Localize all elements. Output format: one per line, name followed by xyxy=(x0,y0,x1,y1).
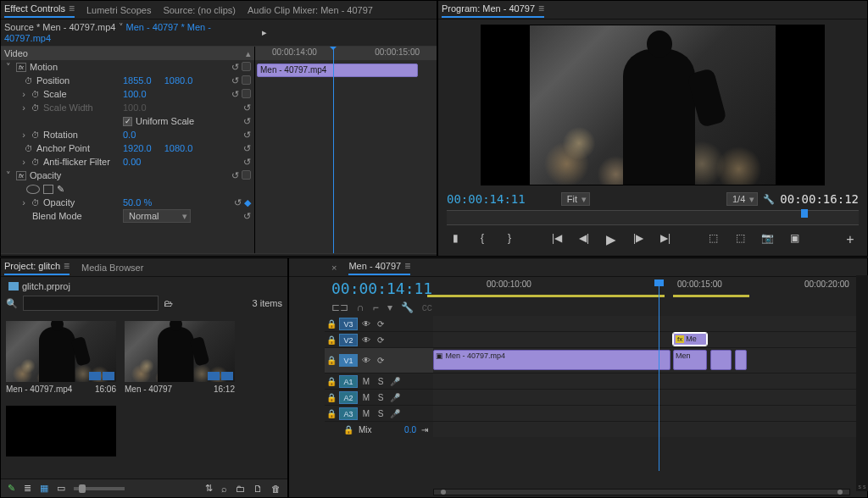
clip-v1-d[interactable] xyxy=(735,350,747,370)
opacity-value[interactable]: 50.0 % xyxy=(123,197,152,208)
scale-value[interactable]: 100.0 xyxy=(123,89,147,99)
voiceover-icon[interactable]: 🎤 xyxy=(389,377,401,386)
stopwatch-icon[interactable] xyxy=(25,144,33,153)
stopwatch-icon[interactable] xyxy=(31,158,40,167)
cc-icon[interactable]: cc xyxy=(422,302,432,313)
pen-mask-icon[interactable]: ✎ xyxy=(57,184,64,195)
lock-icon[interactable]: 🔒 xyxy=(326,409,337,418)
eye-icon[interactable]: 👁 xyxy=(360,319,372,329)
filter-bin-icon[interactable]: 🗁 xyxy=(164,298,173,308)
track-a3[interactable]: A3 xyxy=(339,407,358,420)
lock-icon[interactable]: 🔒 xyxy=(326,319,337,329)
reset-icon[interactable] xyxy=(231,89,239,100)
timeline-content[interactable]: fxMe ▣ Men - 40797.mp4 Men xyxy=(433,316,867,437)
tab-source[interactable]: Source: (no clips) xyxy=(163,5,236,15)
keyframe-nav[interactable] xyxy=(242,75,251,85)
extract-button[interactable]: ⬚ xyxy=(732,232,748,247)
lift-button[interactable]: ⬚ xyxy=(705,232,721,247)
chevron-down-icon[interactable]: ˅ xyxy=(119,22,124,32)
work-area-bar[interactable] xyxy=(673,295,749,297)
track-output-icon[interactable]: ⟳ xyxy=(375,319,387,329)
hamburger-icon[interactable] xyxy=(64,260,70,272)
voiceover-icon[interactable]: 🎤 xyxy=(389,393,401,402)
stopwatch-icon[interactable] xyxy=(31,130,40,140)
lock-icon[interactable]: 🔒 xyxy=(326,356,337,365)
ec-keyframe-column[interactable]: 00:00:14:00 00:00:15:00 Men - 40797.mp4 xyxy=(255,47,437,253)
work-area-bar[interactable] xyxy=(427,295,665,297)
keyframe-diamond-icon[interactable]: ◆ xyxy=(244,197,251,208)
track-v2[interactable]: V2 xyxy=(339,334,358,346)
play-button[interactable]: ▶ xyxy=(604,232,619,247)
tab-lumetri-scopes[interactable]: Lumetri Scopes xyxy=(86,5,151,15)
mute-button[interactable]: M xyxy=(360,409,372,418)
nested-icon[interactable]: ⊏⊐ xyxy=(331,302,348,313)
lock-icon[interactable]: 🔒 xyxy=(326,377,337,386)
program-timecode[interactable]: 00:00:14:11 xyxy=(447,192,526,206)
anchor-x[interactable]: 1920.0 xyxy=(123,143,152,153)
ellipse-mask-icon[interactable] xyxy=(26,185,40,194)
tab-program[interactable]: Program: Men - 40797 xyxy=(442,3,544,18)
tab-effect-controls[interactable]: Effect Controls xyxy=(4,3,75,18)
caret-up-icon[interactable]: ▴ xyxy=(246,48,251,59)
stopwatch-icon[interactable] xyxy=(31,90,40,99)
position-y[interactable]: 1080.0 xyxy=(164,75,193,86)
go-to-in-button[interactable]: |◀ xyxy=(549,232,565,247)
chevron-right-icon[interactable]: › xyxy=(19,157,28,167)
list-view-icon[interactable]: ≣ xyxy=(24,483,31,494)
export-frame-button[interactable]: 📷 xyxy=(760,232,775,247)
clip-v1-c[interactable] xyxy=(710,350,732,370)
reset-icon[interactable] xyxy=(243,116,251,127)
track-mix[interactable]: Mix xyxy=(359,425,372,434)
program-view[interactable] xyxy=(481,25,825,185)
tab-media-browser[interactable]: Media Browser xyxy=(81,263,143,273)
icon-view-icon[interactable]: ▦ xyxy=(40,483,48,494)
new-bin-icon[interactable]: 🗀 xyxy=(236,484,245,494)
collapse-toggle[interactable]: ˅ xyxy=(4,62,13,73)
freeform-view-icon[interactable]: ▭ xyxy=(57,483,65,494)
step-forward-button[interactable]: |▶ xyxy=(631,232,646,247)
playhead-marker[interactable] xyxy=(801,209,808,218)
reset-icon[interactable] xyxy=(243,211,251,222)
hamburger-icon[interactable] xyxy=(69,3,75,14)
uniform-scale-checkbox[interactable] xyxy=(123,117,132,126)
reset-icon[interactable] xyxy=(231,170,239,181)
hamburger-icon[interactable] xyxy=(404,260,410,272)
timeline-playhead[interactable] xyxy=(659,279,659,471)
hamburger-icon[interactable] xyxy=(538,3,544,14)
lock-icon[interactable]: 🔒 xyxy=(343,425,353,434)
anchor-y[interactable]: 1080.0 xyxy=(164,143,193,153)
reset-icon[interactable] xyxy=(234,197,242,208)
collapse-toggle[interactable]: ˅ xyxy=(4,170,13,181)
solo-button[interactable]: S xyxy=(375,377,387,386)
track-v1[interactable]: V1 xyxy=(339,354,358,367)
lock-icon[interactable]: 🔒 xyxy=(326,335,337,345)
resolution-dropdown[interactable]: 1/4 xyxy=(726,192,758,206)
new-item-icon[interactable]: 🗋 xyxy=(253,484,263,494)
track-a2[interactable]: A2 xyxy=(339,391,358,404)
write-icon[interactable]: ✎ xyxy=(8,483,15,494)
effect-opacity[interactable]: Opacity xyxy=(30,170,61,180)
audio-meter[interactable]: s s xyxy=(856,275,868,491)
fx-badge[interactable]: fx xyxy=(16,171,26,180)
timeline-h-scrollbar[interactable] xyxy=(433,489,850,495)
button-editor[interactable]: + xyxy=(843,232,858,247)
tab-project[interactable]: Project: glitch xyxy=(4,260,70,275)
position-x[interactable]: 1855.0 xyxy=(123,75,152,86)
settings-icon[interactable]: 🔧 xyxy=(401,302,414,313)
reset-icon[interactable] xyxy=(231,75,239,86)
clip-v2[interactable]: fxMe xyxy=(673,333,707,346)
trash-icon[interactable]: 🗑 xyxy=(271,484,281,494)
eye-icon[interactable]: 👁 xyxy=(360,356,372,365)
track-a1[interactable]: A1 xyxy=(339,375,358,388)
mix-value[interactable]: 0.0 xyxy=(404,425,416,434)
reset-icon[interactable] xyxy=(231,62,239,73)
chevron-right-icon[interactable]: › xyxy=(19,89,28,99)
track-output-icon[interactable]: ⟳ xyxy=(375,335,387,345)
keyframe-nav[interactable] xyxy=(242,62,251,71)
rotation-value[interactable]: 0.0 xyxy=(123,130,147,140)
fx-badge[interactable]: fx xyxy=(16,63,26,72)
lock-icon[interactable]: 🔒 xyxy=(326,393,337,402)
snap-icon[interactable]: ∩ xyxy=(357,302,364,313)
chevron-right-icon[interactable]: › xyxy=(19,197,28,208)
thumb-size-slider[interactable] xyxy=(74,487,125,490)
